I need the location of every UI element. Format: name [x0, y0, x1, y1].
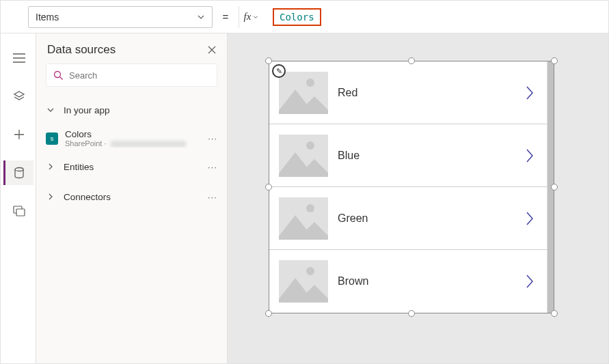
list-item[interactable]: Brown [269, 250, 547, 313]
property-selector[interactable]: Items [28, 6, 213, 28]
section-connectors[interactable]: Connectors ··· [36, 182, 227, 212]
fx-button[interactable]: fx [239, 6, 263, 28]
more-icon[interactable]: ··· [208, 192, 220, 202]
chevron-right-icon[interactable] [525, 85, 534, 100]
list-item-title: Red [338, 87, 515, 99]
chevron-right-icon [46, 193, 55, 201]
layers-icon[interactable] [3, 84, 33, 109]
image-placeholder-icon [279, 197, 328, 240]
resize-handle[interactable] [265, 57, 272, 64]
gallery-selection-frame: Red Blue Green Brown [269, 61, 554, 313]
gallery-list: Red Blue Green Brown [269, 61, 547, 313]
formula-input[interactable]: Colors [270, 6, 603, 28]
resize-handle[interactable] [551, 57, 558, 64]
image-placeholder-icon [279, 72, 328, 114]
datasource-item[interactable]: s Colors SharePoint · ··· [36, 125, 227, 152]
resize-handle[interactable] [265, 310, 272, 317]
chevron-right-icon [46, 163, 55, 171]
panel-header: Data sources [36, 33, 227, 64]
section-label: Connectors [64, 192, 111, 202]
svg-point-3 [55, 71, 61, 77]
side-rail [1, 33, 36, 363]
svg-rect-2 [16, 209, 25, 216]
fx-label: fx [244, 11, 252, 23]
more-icon[interactable]: ··· [208, 162, 220, 172]
pencil-icon[interactable]: ✎ [272, 64, 286, 78]
resize-handle[interactable] [408, 57, 415, 64]
formula-value-highlight: Colors [273, 8, 321, 26]
section-label: Entities [64, 162, 94, 172]
sharepoint-icon: s [46, 132, 58, 145]
list-item[interactable]: Blue [269, 124, 547, 187]
resize-handle[interactable] [408, 310, 415, 317]
chevron-down-icon [197, 13, 205, 21]
resize-handle[interactable] [551, 184, 558, 191]
datasource-subtext: SharePoint · [65, 139, 201, 148]
property-selector-label: Items [36, 12, 59, 23]
equals-sign: = [219, 11, 232, 23]
datasource-text: Colors SharePoint · [65, 129, 201, 148]
list-item-title: Brown [338, 275, 515, 288]
resize-handle[interactable] [551, 310, 558, 317]
data-sources-panel: Data sources In your app s Colors [36, 33, 228, 363]
list-item[interactable]: Green [269, 187, 547, 250]
gallery-control[interactable]: Red Blue Green Brown [269, 61, 554, 313]
more-icon[interactable]: ··· [208, 133, 220, 143]
list-item[interactable]: Red [269, 61, 547, 124]
image-placeholder-icon [279, 135, 328, 177]
chevron-right-icon[interactable] [525, 211, 534, 226]
plus-icon[interactable] [3, 122, 33, 147]
section-entities[interactable]: Entities ··· [36, 152, 227, 182]
media-icon[interactable] [3, 199, 33, 223]
chevron-down-icon [46, 106, 55, 114]
resize-handle[interactable] [265, 184, 272, 191]
formula-bar: Items = fx Colors [1, 1, 608, 33]
list-item-title: Blue [338, 150, 515, 162]
search-box[interactable] [46, 64, 217, 87]
datasource-name: Colors [65, 129, 201, 139]
section-label: In your app [64, 105, 110, 115]
image-placeholder-icon [279, 260, 328, 303]
section-in-your-app[interactable]: In your app [36, 95, 227, 125]
canvas[interactable]: Red Blue Green Brown [228, 33, 608, 363]
search-input[interactable] [69, 70, 210, 81]
list-item-title: Green [338, 212, 515, 225]
data-icon[interactable] [3, 160, 33, 185]
chevron-right-icon[interactable] [525, 148, 534, 163]
chevron-right-icon[interactable] [525, 274, 534, 289]
chevron-down-icon [253, 14, 258, 20]
hamburger-icon[interactable] [3, 46, 33, 70]
search-icon [53, 70, 64, 81]
svg-point-0 [15, 168, 23, 171]
close-icon[interactable] [208, 46, 216, 54]
panel-title: Data sources [47, 43, 116, 57]
main-area: Data sources In your app s Colors [1, 33, 608, 363]
